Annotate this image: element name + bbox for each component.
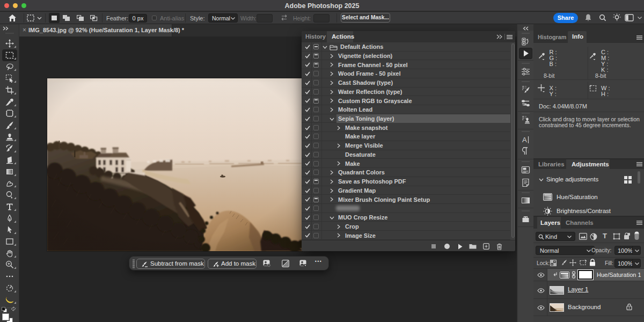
- svg-text:A: A: [522, 136, 527, 144]
